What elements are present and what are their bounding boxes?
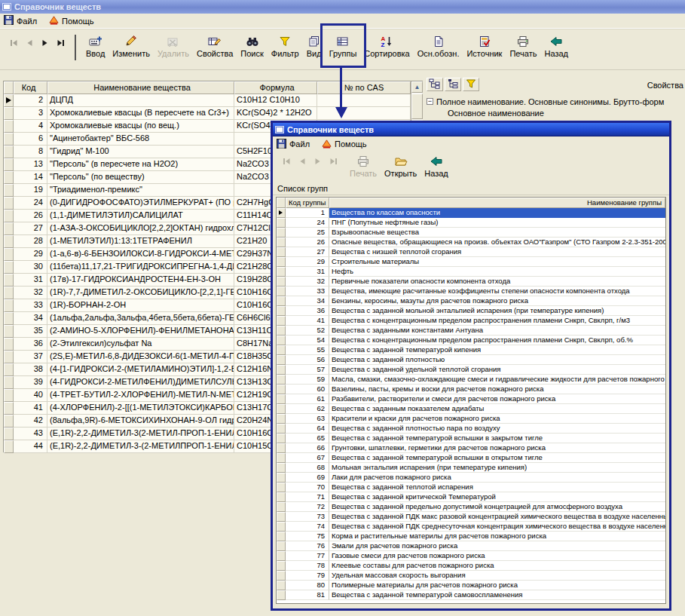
toolbar-button-label: Источник	[466, 49, 502, 58]
nav-last-button[interactable]	[57, 39, 66, 47]
groups-window: Справочник веществ ФайлПомощь ПечатьОткр…	[271, 121, 671, 611]
cell-group-name: Полимерные материалы для расчетов пожарн…	[329, 581, 665, 590]
table-row[interactable]: 2ДЦПДC10H12 C10H10	[4, 94, 411, 107]
group-row[interactable]: 57Вещества с заданной удельной теплотой …	[277, 365, 665, 375]
nav-prev-button[interactable]	[25, 39, 34, 47]
group-row[interactable]: 80Полимерные материалы для расчетов пожа…	[277, 581, 665, 590]
group-row[interactable]: 25Взрывоопасные вещества	[277, 228, 665, 238]
back-icon	[549, 34, 563, 48]
group-row[interactable]: 24ПНГ (Попутные нефтяные газы)	[277, 218, 665, 228]
group-row[interactable]: 56Вещества с заданной плотностью	[277, 355, 665, 365]
tree-node-root[interactable]: − Полное наименование. Основные синонимы…	[427, 96, 685, 107]
group-row[interactable]: 81Вещества с заданной температурой самов…	[277, 590, 665, 600]
group-row[interactable]: 73Вещества с заданной ПДК макс разовой к…	[277, 512, 665, 522]
toolbar-button-label: Печать	[509, 49, 537, 58]
group-row[interactable]: 41Вещества с концентрационным пределом р…	[277, 316, 665, 326]
group-row[interactable]: 63Красители и краски для расчетов пожарн…	[277, 414, 665, 424]
column-header-group-code[interactable]: Код группы	[286, 198, 329, 208]
group-row[interactable]: 29Строительные материалы	[277, 257, 665, 267]
group-row[interactable]: 55Вещества с заданной температурой кипен…	[277, 345, 665, 355]
cell-group-name: Газовые смеси для расчетов пожарного рис…	[329, 551, 665, 561]
cell-group-code: 79	[286, 571, 329, 581]
toolbar-button-otkryt[interactable]: Открыть	[381, 152, 420, 179]
column-header[interactable]: Формула	[234, 81, 317, 94]
group-row[interactable]: 1Вещества по классам опасности	[277, 208, 665, 218]
group-row[interactable]: 78Клеевые составы для расчетов пожарного…	[277, 561, 665, 571]
cell: "Персоль" (по веществу)	[47, 171, 234, 184]
group-row[interactable]: 26Опасные вещества, обращающиеся на прои…	[277, 238, 665, 247]
toolbar-button-udalit[interactable]: Удалить	[154, 32, 193, 59]
toolbar-button-sortirovka[interactable]: AZСортировка	[360, 32, 413, 59]
group-row[interactable]: 52Вещества с заданными константами Антуа…	[277, 326, 665, 336]
cell-group-code: 72	[286, 502, 329, 512]
main-menu-file[interactable]: Файл	[4, 15, 37, 27]
toolbar-button-poisk[interactable]: Поиск	[237, 32, 267, 59]
group-row[interactable]: 71Вещества с заданной критической Темпер…	[277, 492, 665, 502]
nav-next-button[interactable]	[313, 158, 323, 165]
nav-first-button[interactable]	[9, 39, 18, 47]
group-row[interactable]: 66Грунтовки, шпатлевки, герметики для ра…	[277, 443, 665, 453]
properties-toolbar-button[interactable]	[463, 78, 479, 91]
group-row[interactable]: 27Вещества с низшей теплотой сгорания	[277, 247, 665, 257]
properties-toolbar-button[interactable]	[427, 78, 443, 91]
groups-menu-help[interactable]: Помощь	[322, 138, 367, 150]
nav-prev-button[interactable]	[298, 158, 307, 165]
group-row[interactable]: 72Вещества с заданной предельно допустим…	[277, 502, 665, 512]
group-row[interactable]: 67Вещества с заданной температурой вспыш…	[277, 453, 665, 463]
column-header[interactable]: Наименование вещества	[47, 81, 234, 94]
group-row[interactable]: 75Корма и растительные материлы для расч…	[277, 532, 665, 541]
column-header[interactable]: Код	[14, 81, 47, 94]
group-row[interactable]: 54Вещества с концентрационным пределом р…	[277, 336, 665, 345]
toolbar-button-nazad[interactable]: Назад	[540, 32, 572, 59]
nav-first-button[interactable]	[282, 158, 291, 165]
groups-menubar: ФайлПомощь	[273, 136, 669, 152]
toolbar-button-filtr[interactable]: Фильтр	[268, 32, 303, 59]
row-selector-cell	[4, 235, 14, 248]
filter-icon	[278, 34, 292, 48]
group-row[interactable]: 61Разбавители, растворители и смеси для …	[277, 394, 665, 404]
group-row[interactable]: 65Вещества с заданной температурой вспыш…	[277, 434, 665, 443]
group-row[interactable]: 60Вазелины, пасты, кремы и воски для рас…	[277, 385, 665, 394]
group-row[interactable]: 68Мольная энтальпия испарения (при темпе…	[277, 463, 665, 473]
group-row[interactable]: 62Вещества с заданным показателем адиаба…	[277, 404, 665, 414]
table-row[interactable]: 3Хромокалиевые квасцы (В пересчете на Cr…	[4, 107, 411, 120]
group-row[interactable]: 69Лаки для расчетов пожарного риска	[277, 473, 665, 483]
toolbar-button-vvod[interactable]: Ввод	[82, 32, 109, 59]
cell: (4-ГИДРОКСИ-2-МЕТИЛФЕНИЛ)ДИМЕТИЛСУЛЬФ	[47, 376, 234, 389]
group-row[interactable]: 31Нефть	[277, 267, 665, 277]
toolbar-button-istochnik[interactable]: Источник	[463, 32, 506, 59]
scrollbar-thumb[interactable]	[411, 93, 423, 119]
toolbar-button-pechat[interactable]: Печать	[506, 32, 540, 59]
group-row[interactable]: 36Вещества с заданной мольной энтальпией…	[277, 306, 665, 316]
group-row[interactable]: 74Вещества с заданной ПДК среднесуточная…	[277, 522, 665, 532]
toolbar-button-nazad[interactable]: Назад	[420, 152, 452, 179]
row-selector-cell	[277, 414, 286, 424]
row-selector-cell	[277, 434, 286, 443]
nav-next-button[interactable]	[41, 39, 50, 47]
toolbar-button-izmenit[interactable]: Изменить	[109, 32, 154, 59]
toolbar-button-pechat[interactable]: Печать	[346, 152, 381, 179]
tree-node-child[interactable]: Основное наименование	[427, 107, 685, 118]
doc-icon	[432, 34, 445, 48]
scroll-up-button[interactable]: ▲	[411, 81, 423, 93]
group-row[interactable]: 79Удельная массовая скорость выгорания	[277, 571, 665, 581]
main-menu-help[interactable]: Помощь	[49, 15, 94, 27]
group-row[interactable]: 34Бензины, керосины, мазуты для расчетов…	[277, 296, 665, 306]
cell-group-name: Вещества с заданными константами Антуана	[329, 326, 665, 336]
group-row[interactable]: 64Вещества с заданной плотностью пара по…	[277, 424, 665, 434]
toolbar-button-osn-obozn[interactable]: Осн.обозн.	[414, 32, 463, 59]
group-row[interactable]: 33Вещества, имеющие расчитанные коэффици…	[277, 287, 665, 296]
nav-last-button[interactable]	[329, 158, 338, 165]
group-row[interactable]: 77Газовые смеси для расчетов пожарного р…	[277, 551, 665, 561]
row-selector-header	[277, 198, 286, 208]
group-row[interactable]: 70Вещества с заданной теплотой испарения	[277, 483, 665, 492]
toolbar-button-svoystva[interactable]: Свойства	[193, 32, 237, 59]
properties-toolbar-button[interactable]	[445, 78, 461, 91]
column-header-group-name[interactable]: Наименование группы	[329, 198, 665, 208]
group-row[interactable]: 59Масла, смазки, смазочно-охлаждающие см…	[277, 375, 665, 385]
column-header[interactable]: № по CAS	[317, 81, 411, 94]
group-row[interactable]: 32Первичные показатели опасности компоне…	[277, 277, 665, 287]
group-row[interactable]: 76Эмали для расчетов пожарного риска	[277, 541, 665, 551]
tree-collapse-icon[interactable]: −	[427, 98, 433, 105]
groups-menu-file[interactable]: Файл	[277, 138, 310, 150]
